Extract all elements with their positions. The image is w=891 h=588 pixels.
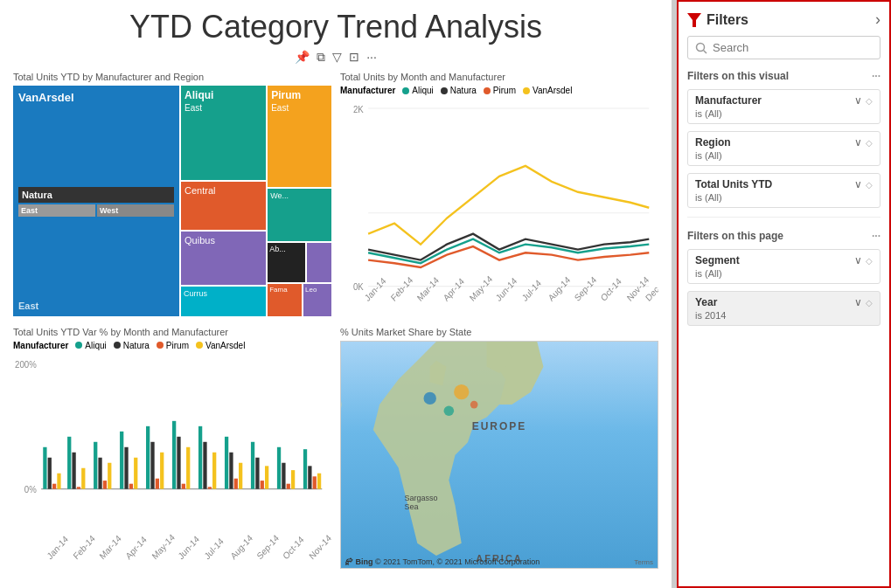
map-europe-label: EUROPE <box>472 420 527 432</box>
svg-text:May-14: May-14 <box>150 531 177 561</box>
bar-chart-legend: Manufacturer Aliqui Natura Pirum VanArsd… <box>13 341 331 350</box>
svg-text:Jan-14: Jan-14 <box>45 533 70 561</box>
line-chart-container: Total Units by Month and Manufacturer Ma… <box>340 72 658 318</box>
map-terms-link[interactable]: Terms <box>634 558 653 566</box>
tm-central[interactable]: Central <box>181 182 266 230</box>
filters-header: Filters › <box>687 10 881 29</box>
tm-west-sub[interactable]: West <box>97 204 174 217</box>
filter-region-clear[interactable]: ◇ <box>866 138 873 148</box>
visual-filters-title: Filters on this visual <box>687 70 789 82</box>
svg-text:Mar-14: Mar-14 <box>98 533 123 562</box>
tm-vanarsdel[interactable]: VanArsdel Natura East West East <box>13 86 179 316</box>
filter-segment-controls: ∨ ◇ <box>854 254 873 266</box>
svg-rect-50 <box>234 478 238 488</box>
svg-text:0K: 0K <box>353 282 364 293</box>
filter-year-clear[interactable]: ◇ <box>866 298 873 308</box>
expand-icon[interactable]: ⊡ <box>349 50 359 65</box>
svg-text:Jul-14: Jul-14 <box>203 536 226 561</box>
svg-point-83 <box>470 400 478 408</box>
filter-year[interactable]: Year ∨ ◇ is 2014 <box>687 291 881 326</box>
svg-rect-39 <box>160 452 164 488</box>
svg-point-80 <box>424 391 436 404</box>
svg-rect-34 <box>129 483 133 488</box>
filter-region-chevron[interactable]: ∨ <box>854 136 862 149</box>
svg-rect-25 <box>72 452 75 488</box>
svg-text:Oct-14: Oct-14 <box>282 534 306 561</box>
visual-filters-more[interactable]: ··· <box>872 70 881 82</box>
filter-manufacturer-chevron[interactable]: ∨ <box>854 94 862 107</box>
line-chart-svg: 2K 0K Jan-14 Feb-14 Mar-14 Apr-14 May-14… <box>340 98 658 308</box>
bar-legend-vanarsdel: VanArsdel <box>196 341 245 350</box>
filter-manufacturer-header: Manufacturer ∨ ◇ <box>695 94 873 107</box>
svg-rect-27 <box>81 467 85 488</box>
svg-text:Apr-14: Apr-14 <box>124 534 149 561</box>
more-icon[interactable]: ··· <box>366 50 377 65</box>
filter-segment-chevron[interactable]: ∨ <box>854 254 862 266</box>
svg-rect-44 <box>198 425 202 488</box>
filter-total-units-chevron[interactable]: ∨ <box>854 178 862 190</box>
filter-year-header: Year ∨ ◇ <box>695 296 873 308</box>
bar-legend-pirum: Pirum <box>157 341 189 350</box>
tm-ab[interactable]: Ab... <box>268 243 305 282</box>
tm-leo[interactable]: Leo <box>303 284 331 315</box>
filter-segment-clear[interactable]: ◇ <box>866 256 873 266</box>
search-input[interactable] <box>713 41 873 54</box>
tm-natura[interactable]: Natura <box>18 187 174 203</box>
tm-currus[interactable]: Currus <box>181 287 266 315</box>
svg-rect-55 <box>265 466 268 488</box>
svg-text:Jul-14: Jul-14 <box>520 278 543 303</box>
tm-fama[interactable]: Fama <box>268 284 302 315</box>
tm-we[interactable]: We... <box>268 189 331 241</box>
main-content: YTD Category Trend Analysis 📌 ⧉ ▽ ⊡ ··· … <box>0 0 672 588</box>
svg-rect-60 <box>303 449 307 489</box>
filter-total-units-clear[interactable]: ◇ <box>866 180 873 190</box>
line-chart-legend: Manufacturer Aliqui Natura Pirum VanArsd… <box>340 86 658 95</box>
bar-chart-container: Total Units YTD Var % by Month and Manuf… <box>13 327 331 573</box>
svg-point-85 <box>697 43 705 51</box>
svg-rect-46 <box>208 487 212 488</box>
svg-rect-32 <box>120 431 123 488</box>
pin-icon[interactable]: 📌 <box>295 50 310 65</box>
filter-manufacturer-clear[interactable]: ◇ <box>866 96 873 106</box>
svg-text:200%: 200% <box>15 359 37 370</box>
tm-quibus[interactable]: Quibus <box>181 232 266 285</box>
filter-manufacturer-label: Manufacturer <box>695 94 762 107</box>
treemap-container: Total Units YTD by Manufacturer and Regi… <box>13 72 331 318</box>
map-visual[interactable]: EUROPE AFRICA SargassoSea ⮳ Bing © 2021 … <box>340 341 658 570</box>
filter-region[interactable]: Region ∨ ◇ is (All) <box>687 131 881 166</box>
search-box[interactable] <box>687 36 881 59</box>
svg-rect-35 <box>134 457 137 488</box>
tm-aliqui[interactable]: Aliqui East <box>181 86 266 180</box>
bar-legend-natura: Natura <box>114 341 150 350</box>
tm-east-sub[interactable]: East <box>18 204 95 217</box>
filter-region-label: Region <box>695 136 731 149</box>
tm-vanarsdel-east: East <box>18 301 174 311</box>
svg-text:May-14: May-14 <box>468 273 494 303</box>
filters-expand-icon[interactable]: › <box>875 10 881 29</box>
svg-rect-21 <box>48 457 52 488</box>
svg-rect-33 <box>124 446 128 488</box>
page-filters-more[interactable]: ··· <box>872 230 881 242</box>
filter-region-header: Region ∨ ◇ <box>695 136 873 149</box>
tm-small1[interactable] <box>307 243 331 282</box>
filters-panel: Filters › Filters on this visual ··· Man… <box>677 0 891 588</box>
filter-segment[interactable]: Segment ∨ ◇ is (All) <box>687 249 881 284</box>
svg-marker-79 <box>340 373 342 481</box>
filter-segment-value: is (All) <box>695 268 873 279</box>
svg-text:Feb-14: Feb-14 <box>389 274 414 303</box>
tm-pirum[interactable]: Pirum East <box>268 86 331 187</box>
filter-icon[interactable]: ▽ <box>332 50 342 65</box>
svg-text:Aug-14: Aug-14 <box>229 532 255 561</box>
filter-manufacturer-controls: ∨ ◇ <box>854 94 873 107</box>
map-bing-attribution: ⮳ Bing © 2021 TomTom, © 2021 Microsoft C… <box>345 557 539 566</box>
filter-total-units[interactable]: Total Units YTD ∨ ◇ is (All) <box>687 173 881 208</box>
filter-manufacturer-value: is (All) <box>695 108 873 119</box>
filter-manufacturer[interactable]: Manufacturer ∨ ◇ is (All) <box>687 89 881 124</box>
copy-icon[interactable]: ⧉ <box>317 50 325 65</box>
svg-rect-59 <box>291 470 295 489</box>
svg-rect-30 <box>103 481 107 489</box>
filters-divider <box>687 217 881 218</box>
filter-year-chevron[interactable]: ∨ <box>854 296 862 308</box>
svg-point-81 <box>444 405 455 416</box>
svg-rect-20 <box>43 446 46 488</box>
